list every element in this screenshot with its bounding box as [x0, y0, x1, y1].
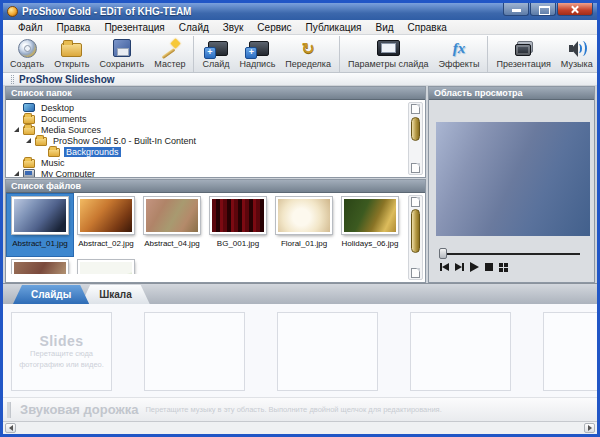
- scrollbar-thumb[interactable]: [411, 117, 420, 141]
- soundtrack-area[interactable]: Звуковая дорожка Перетащите музыку в эту…: [3, 397, 597, 421]
- slide-placeholder[interactable]: [410, 312, 511, 391]
- toolbar-button[interactable]: Параметры слайда: [339, 36, 434, 72]
- scroll-left-icon[interactable]: [5, 423, 16, 433]
- folder-tree-item[interactable]: ProShow Gold 5.0 - Built-In Content: [6, 135, 425, 146]
- file-panel: Список файлов Abstract_01.jpg Abstract_0…: [5, 179, 426, 283]
- menu-item[interactable]: Вид: [368, 22, 400, 33]
- file-scrollbar[interactable]: [408, 195, 423, 280]
- toolbar-button[interactable]: Открыть: [49, 36, 94, 72]
- file-thumbnail: [210, 197, 266, 234]
- toolbar-button[interactable]: Слайд: [193, 36, 234, 72]
- menu-item[interactable]: Справка: [401, 22, 454, 33]
- folder-label: Backgrounds: [64, 147, 121, 157]
- toolbar-button-icon: [60, 39, 84, 58]
- toolbar-button[interactable]: Эффекты: [434, 36, 485, 72]
- toolbar: Создать Открыть Сохранить Мастер Слайд Н…: [3, 35, 597, 73]
- file-item[interactable]: Abstract_01.jpg: [7, 194, 73, 256]
- previous-slide-button[interactable]: [440, 263, 449, 271]
- file-item[interactable]: BG_001.jpg: [205, 194, 271, 256]
- toolbar-button[interactable]: Переделка: [280, 36, 336, 72]
- scroll-right-icon[interactable]: [584, 423, 595, 433]
- show-header: ProShow Slideshow: [3, 73, 597, 86]
- file-item[interactable]: Holidays_06.jpg: [337, 194, 403, 256]
- slide-strip[interactable]: Slides Перетащите сюда фотографию или ви…: [3, 304, 597, 397]
- scroll-up-icon[interactable]: [411, 104, 420, 114]
- scroll-down-icon[interactable]: [411, 163, 420, 173]
- scroll-down-icon[interactable]: [411, 268, 420, 278]
- horizontal-scrollbar[interactable]: [3, 421, 597, 434]
- tree-expand-icon[interactable]: [14, 127, 23, 132]
- soundtrack-hint: Перетащите музыку в эту область. Выполни…: [145, 405, 441, 414]
- menu-item[interactable]: Звук: [216, 22, 251, 33]
- slide-placeholder[interactable]: [277, 312, 378, 391]
- menu-item[interactable]: Слайд: [172, 22, 216, 33]
- file-item[interactable]: [73, 257, 139, 274]
- next-slide-button[interactable]: [455, 263, 464, 271]
- file-item[interactable]: Abstract_04.jpg: [139, 194, 205, 256]
- toolbar-button[interactable]: Надпись: [234, 36, 280, 72]
- toolbar-button-label: Сохранить: [100, 59, 145, 69]
- view-tab[interactable]: Шкала: [81, 285, 150, 304]
- slides-placeholder-hint-line1: Перетащите сюда: [30, 349, 93, 359]
- toolbar-button-icon: [512, 39, 536, 58]
- view-tabs: СлайдыШкала: [3, 283, 597, 304]
- scrollbar-thumb[interactable]: [411, 209, 420, 253]
- stop-button[interactable]: [485, 263, 493, 271]
- maximize-button[interactable]: [530, 3, 556, 16]
- file-name: Holidays_06.jpg: [342, 239, 399, 248]
- folder-panel-header: Список папок: [6, 87, 425, 100]
- file-item[interactable]: [7, 257, 73, 274]
- tree-expand-icon[interactable]: [14, 171, 23, 176]
- close-button[interactable]: [557, 3, 593, 16]
- seek-thumb[interactable]: [439, 248, 447, 259]
- tree-expand-icon[interactable]: [26, 138, 35, 143]
- file-thumbnail: [12, 197, 68, 234]
- folder-label: Media Sources: [39, 125, 103, 135]
- toolbar-button[interactable]: Мастер: [149, 36, 190, 72]
- folder-panel: Список папок Desktop Documents: [5, 86, 426, 178]
- seek-bar[interactable]: [440, 253, 580, 255]
- menu-item[interactable]: Презентация: [97, 22, 171, 33]
- toolbar-button-icon: [447, 39, 471, 58]
- toolbar-button[interactable]: Сохранить: [95, 36, 150, 72]
- folder-tree-item[interactable]: Documents: [6, 113, 425, 124]
- soundtrack-title: Звуковая дорожка: [20, 402, 138, 417]
- toolbar-button-label: Переделка: [285, 59, 331, 69]
- file-item[interactable]: Floral_01.jpg: [271, 194, 337, 256]
- slide-placeholder[interactable]: [543, 312, 597, 391]
- view-tab[interactable]: Слайды: [13, 285, 89, 304]
- file-panel-header: Список файлов: [6, 180, 425, 193]
- folder-scrollbar[interactable]: [408, 102, 423, 175]
- folder-tree-item[interactable]: My Computer: [6, 168, 425, 177]
- file-item[interactable]: Abstract_02.jpg: [73, 194, 139, 256]
- toolbar-button[interactable]: Музыка: [556, 36, 598, 72]
- file-grid-row2: [6, 256, 425, 274]
- folder-label: ProShow Gold 5.0 - Built-In Content: [51, 136, 198, 146]
- app-window: ProShow Gold - EDiT of KHG-TEAM ФайлПрав…: [0, 0, 600, 437]
- slides-placeholder-title: Slides: [39, 333, 83, 349]
- slide-placeholder[interactable]: [144, 312, 245, 391]
- transport-controls: [440, 261, 508, 273]
- play-button[interactable]: [470, 262, 479, 272]
- minimize-button[interactable]: [503, 3, 529, 16]
- folder-tree-item[interactable]: Music: [6, 157, 425, 168]
- menu-item[interactable]: Правка: [50, 22, 98, 33]
- folder-tree-item[interactable]: Desktop: [6, 102, 425, 113]
- menu-item[interactable]: Файл: [11, 22, 50, 33]
- menu-item[interactable]: Публикация: [299, 22, 369, 33]
- toolbar-button-label: Музыка: [561, 59, 593, 69]
- toolbar-button[interactable]: Презентация: [487, 36, 555, 72]
- folder-tree-item[interactable]: Media Sources: [6, 124, 425, 135]
- folder-label: Desktop: [39, 103, 76, 113]
- fullscreen-button[interactable]: [499, 263, 508, 272]
- scroll-up-icon[interactable]: [411, 197, 420, 207]
- folder-tree-item[interactable]: Backgrounds: [6, 146, 425, 157]
- file-thumbnail: [78, 260, 134, 274]
- slide-placeholder[interactable]: Slides Перетащите сюда фотографию или ви…: [11, 312, 112, 391]
- window-title: ProShow Gold - EDiT of KHG-TEAM: [22, 6, 191, 17]
- menu-item[interactable]: Сервис: [250, 22, 298, 33]
- title-bar: ProShow Gold - EDiT of KHG-TEAM: [3, 3, 597, 20]
- toolbar-button-label: Надпись: [239, 59, 275, 69]
- file-name: BG_001.jpg: [217, 239, 259, 248]
- toolbar-button[interactable]: Создать: [5, 36, 49, 72]
